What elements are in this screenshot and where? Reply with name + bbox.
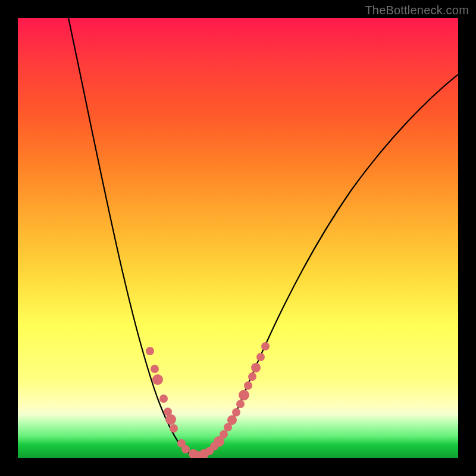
curve-marker xyxy=(146,347,154,355)
curve-marker xyxy=(239,390,249,400)
curve-marker xyxy=(261,342,270,350)
curve-marker xyxy=(151,365,159,373)
marker-group xyxy=(146,342,270,458)
chart-stage: TheBottleneck.com xyxy=(0,0,476,476)
watermark-text: TheBottleneck.com xyxy=(365,4,469,17)
curve-marker xyxy=(244,381,252,390)
curve-marker xyxy=(165,414,176,425)
curve-marker xyxy=(248,372,256,381)
curve-marker xyxy=(220,430,228,439)
curve-marker xyxy=(256,353,265,361)
curve-marker xyxy=(251,363,261,372)
curve-marker xyxy=(170,424,178,433)
bottleneck-curve xyxy=(68,18,458,456)
plot-area xyxy=(18,18,458,458)
curve-marker xyxy=(159,394,168,403)
curve-marker xyxy=(236,400,245,408)
curve-marker xyxy=(232,408,240,416)
curve-marker xyxy=(152,374,163,385)
curve-svg xyxy=(18,18,458,458)
curve-marker xyxy=(181,445,190,453)
curve-marker xyxy=(227,415,237,425)
